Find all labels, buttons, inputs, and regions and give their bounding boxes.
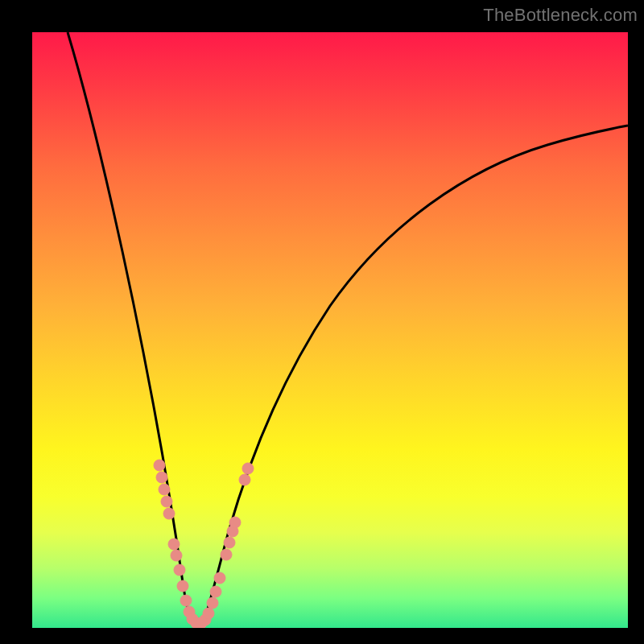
bead bbox=[159, 484, 170, 495]
bead bbox=[174, 564, 185, 576]
curve-right bbox=[203, 126, 628, 624]
bead bbox=[163, 508, 175, 519]
bead bbox=[239, 474, 250, 485]
chart-svg bbox=[32, 32, 628, 628]
bead bbox=[154, 460, 165, 471]
watermark-text: TheBottleneck.com bbox=[483, 5, 638, 26]
bead bbox=[171, 550, 182, 561]
bead bbox=[156, 472, 167, 483]
bead bbox=[161, 496, 172, 507]
bead bbox=[221, 549, 232, 560]
curve-left bbox=[68, 32, 193, 624]
chart-frame: TheBottleneck.com bbox=[0, 0, 644, 644]
chart-plot-area bbox=[32, 32, 628, 628]
bead bbox=[224, 537, 235, 548]
curve-group bbox=[68, 32, 628, 625]
bead bbox=[214, 572, 225, 584]
bead bbox=[207, 597, 218, 609]
bead bbox=[168, 539, 180, 550]
bead bbox=[203, 608, 214, 619]
bead bbox=[180, 595, 192, 606]
bead bbox=[210, 586, 221, 597]
bead bbox=[229, 517, 241, 528]
bead bbox=[177, 580, 188, 592]
bead bbox=[242, 463, 254, 474]
